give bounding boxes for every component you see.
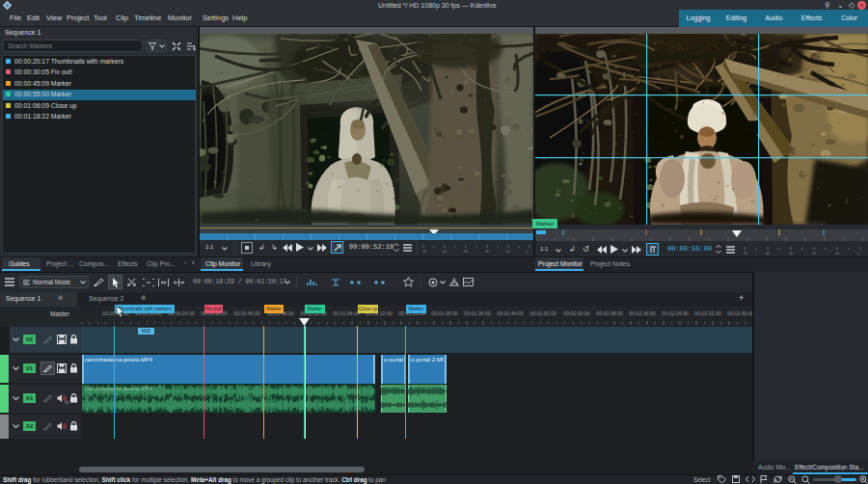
svg-text:-10: -10 [505,250,510,254]
svg-text:-20: -20 [811,252,816,255]
svg-text:-30: -30 [463,250,468,254]
svg-text:0: 0 [857,252,859,255]
svg-text:-40: -40 [442,250,447,254]
svg-text:-40: -40 [765,252,770,255]
svg-text:-20: -20 [484,250,489,254]
svg-text:-30: -30 [788,252,793,255]
svg-text:-50: -50 [743,252,747,255]
svg-text:0: 0 [526,250,528,254]
svg-text:-10: -10 [834,252,839,255]
svg-text:-50: -50 [421,250,426,254]
